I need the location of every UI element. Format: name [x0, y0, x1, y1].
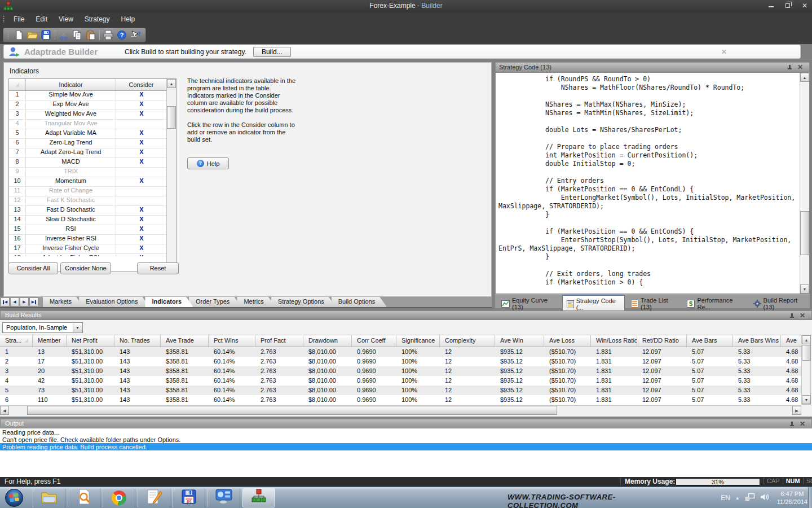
output-line[interactable]: Problem reading price data. Build proces…: [0, 443, 812, 450]
restore-button[interactable]: [784, 2, 792, 10]
scrollbar-thumb[interactable]: [27, 406, 557, 415]
indicator-consider-cell[interactable]: X: [116, 129, 167, 138]
results-row[interactable]: 217$51,310.00143$358.8160.14%2.763$8,010…: [0, 357, 801, 366]
taskbar-adaptrade-button[interactable]: [242, 488, 275, 507]
help-button[interactable]: ? Help: [187, 157, 229, 169]
consider-all-button[interactable]: Consider All: [8, 262, 58, 274]
results-column-header[interactable]: Ave Loss: [544, 335, 591, 347]
output-line[interactable]: Can't open price file. Check available f…: [0, 436, 812, 443]
indicator-row[interactable]: 7Adapt Zero-Lag TrendX: [9, 148, 176, 158]
minimize-button[interactable]: [767, 2, 775, 10]
results-column-header[interactable]: Ave Bars Wins: [733, 335, 781, 347]
results-row[interactable]: 113$51,310.00143$358.8160.14%2.763$8,010…: [0, 347, 801, 357]
print-icon[interactable]: [102, 29, 115, 41]
indicator-consider-cell[interactable]: X: [116, 206, 167, 215]
save-icon[interactable]: [39, 29, 53, 41]
results-column-header[interactable]: Ret/DD Ratio: [637, 335, 687, 347]
results-row[interactable]: 442$51,310.00143$358.8160.14%2.763$8,010…: [0, 376, 801, 386]
tab-scroll-last-button[interactable]: ▶: [29, 297, 38, 306]
results-column-header[interactable]: Corr Coeff: [352, 335, 396, 347]
indicator-row[interactable]: 1Simple Mov AveX: [9, 91, 176, 100]
tab-build-options[interactable]: Build Options: [332, 297, 387, 307]
tab-evaluation-options[interactable]: Evaluation Options: [79, 297, 149, 307]
tab-scroll-first-button[interactable]: ◀: [1, 297, 10, 306]
scroll-up-icon[interactable]: ▲: [800, 73, 809, 82]
indicator-row[interactable]: 6Zero-Lag TrendX: [9, 139, 176, 148]
indicator-row[interactable]: 5Adapt Variable MAX: [9, 129, 176, 139]
results-column-header[interactable]: Win/Loss Ratio: [591, 335, 637, 347]
tab-trade-list[interactable]: Trade List (13): [627, 295, 681, 312]
taskbar-chrome-button[interactable]: [103, 488, 135, 507]
indicator-consider-cell[interactable]: X: [116, 177, 167, 186]
indicator-consider-cell[interactable]: [116, 196, 167, 205]
scroll-up-icon[interactable]: ▲: [167, 79, 176, 88]
menu-strategy[interactable]: Strategy: [79, 14, 116, 25]
indicator-consider-cell[interactable]: [116, 187, 167, 196]
indicator-row[interactable]: 16Inverse Fisher RSIX: [9, 235, 176, 244]
scroll-left-icon[interactable]: ◀: [0, 406, 9, 415]
scrollbar-thumb[interactable]: [800, 211, 809, 255]
tab-equity-curve[interactable]: Equity Curve (13): [497, 295, 560, 312]
scroll-right-icon[interactable]: ▶: [792, 406, 801, 415]
new-icon[interactable]: [12, 29, 26, 41]
network-icon[interactable]: [745, 493, 755, 503]
speaker-icon[interactable]: [760, 493, 770, 503]
scroll-down-icon[interactable]: ▼: [800, 284, 809, 294]
menu-help[interactable]: Help: [116, 14, 141, 25]
tab-build-report[interactable]: Build Report (13): [749, 295, 810, 312]
scrollbar-thumb[interactable]: [167, 106, 176, 129]
indicator-consider-cell[interactable]: X: [116, 148, 167, 157]
toolbar-overflow-icon[interactable]: ▾: [131, 30, 136, 37]
close-button[interactable]: ✕: [801, 2, 809, 10]
indicator-row[interactable]: 10MomentumX: [9, 177, 176, 187]
indicator-consider-cell[interactable]: X: [116, 254, 167, 256]
results-column-header[interactable]: Net Profit: [67, 335, 114, 347]
results-horizontal-scrollbar[interactable]: ◀ ▶: [0, 405, 801, 415]
results-row[interactable]: 573$51,310.00143$358.8160.14%2.763$8,010…: [0, 386, 801, 395]
pin-icon[interactable]: [789, 422, 795, 427]
cut-icon[interactable]: [57, 29, 70, 41]
results-column-header[interactable]: Ave: [781, 335, 801, 347]
start-button[interactable]: [5, 488, 24, 507]
results-vertical-scrollbar[interactable]: ▲ ▼: [801, 335, 811, 405]
indicator-row[interactable]: 4Triangular Mov Ave: [9, 120, 176, 129]
indicator-row[interactable]: 13Fast D StochasticX: [9, 206, 176, 216]
indicators-sort-header[interactable]: [9, 79, 26, 90]
help-icon[interactable]: ?: [115, 29, 129, 41]
paste-icon[interactable]: [84, 29, 98, 41]
results-column-header[interactable]: Pct Wins: [209, 335, 255, 347]
indicator-consider-cell[interactable]: X: [116, 110, 167, 119]
taskbar-floppy-button[interactable]: -64-: [173, 488, 205, 507]
tray-chevron-up-icon[interactable]: ▲: [735, 496, 740, 501]
results-column-header[interactable]: Ave Bars: [687, 335, 733, 347]
indicator-row[interactable]: 18Adapt Inv Fisher RSIX: [9, 254, 176, 256]
pin-icon[interactable]: [789, 313, 795, 319]
results-column-header[interactable]: Drawdown: [303, 335, 352, 347]
indicator-consider-cell[interactable]: X: [116, 244, 167, 253]
results-column-header[interactable]: Significance: [396, 335, 440, 347]
menu-edit[interactable]: Edit: [30, 14, 53, 25]
tab-performance[interactable]: $Performance Re...: [683, 295, 747, 312]
open-icon[interactable]: [26, 29, 39, 41]
indicator-row[interactable]: 12Fast K Stochastic: [9, 196, 176, 206]
pin-icon[interactable]: [787, 65, 792, 71]
indicator-consider-cell[interactable]: X: [116, 225, 167, 234]
clock[interactable]: 6:47 PM 11/26/2014: [777, 490, 807, 506]
tab-scroll-next-button[interactable]: ▶: [20, 297, 29, 306]
tab-scroll-prev-button[interactable]: ◀: [10, 297, 19, 306]
results-column-header[interactable]: Stra...: [0, 335, 33, 347]
taskbar-explorer-button[interactable]: [33, 488, 65, 507]
results-view-selector[interactable]: Population, In-Sample ▼: [2, 322, 83, 333]
indicator-consider-cell[interactable]: X: [116, 235, 167, 244]
results-column-header[interactable]: Complexity: [440, 335, 495, 347]
strategy-code-view[interactable]: if (RoundPS && RoundTo > 0) NShares = Ma…: [495, 72, 810, 294]
close-panel-icon[interactable]: ✕: [797, 64, 804, 71]
indicator-consider-cell[interactable]: X: [116, 158, 167, 167]
language-indicator[interactable]: EN: [721, 494, 730, 502]
results-row[interactable]: 6110$51,310.00143$358.8160.14%2.763$8,01…: [0, 395, 801, 405]
tab-markets[interactable]: Markets: [43, 297, 83, 307]
consider-column-header[interactable]: Consider: [116, 79, 167, 90]
banner-close-icon[interactable]: ✕: [721, 48, 727, 56]
indicator-row[interactable]: 3Weighted Mov AveX: [9, 110, 176, 120]
tab-indicators[interactable]: Indicators: [145, 297, 193, 307]
